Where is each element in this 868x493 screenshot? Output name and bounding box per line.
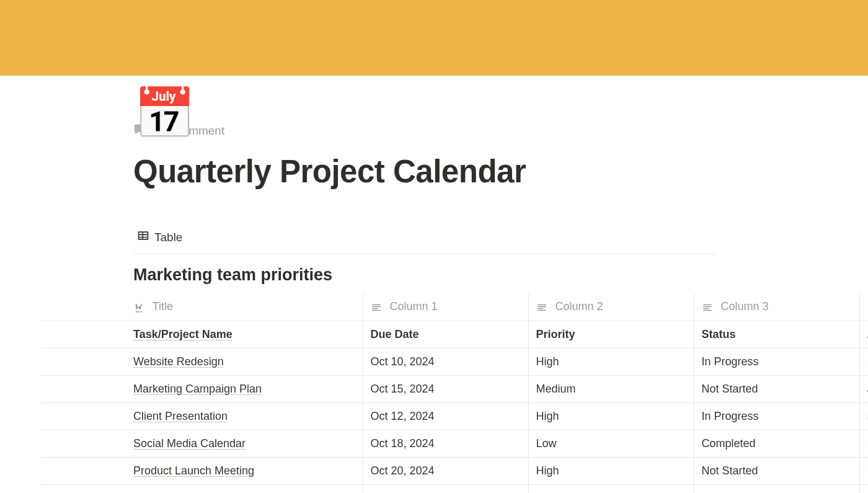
- text-property-icon: [371, 302, 382, 313]
- row-cell-3[interactable]: Completed: [694, 430, 859, 457]
- table-row[interactable]: Website RedesignOct 10, 2024HighIn Progr…: [40, 348, 868, 375]
- table-icon: [137, 229, 149, 245]
- row-cell-2[interactable]: Low: [528, 430, 694, 457]
- row-cell-3[interactable]: In Progress: [694, 402, 859, 430]
- table-row[interactable]: Content StrategyOct 25, 2024MediumNot St…: [40, 484, 868, 493]
- row-cell-1[interactable]: Oct 25, 2024: [363, 484, 528, 493]
- table-row[interactable]: Client PresentationOct 12, 2024HighIn Pr…: [40, 402, 868, 430]
- table-row[interactable]: Social Media CalendarOct 18, 2024LowComp…: [40, 430, 868, 457]
- page-title[interactable]: Quarterly Project Calendar: [133, 153, 868, 190]
- row-cell-4[interactable]: John: [859, 484, 868, 493]
- row-cell-4[interactable]: John: [859, 375, 868, 402]
- row-cell-4[interactable]: Mark: [859, 430, 868, 457]
- row-cell-1[interactable]: Oct 12, 2024: [363, 402, 528, 430]
- row-cell-1[interactable]: Oct 20, 2024: [363, 457, 528, 484]
- text-property-icon: [536, 302, 547, 313]
- view-tabs: Table: [133, 227, 716, 254]
- row-cell-2[interactable]: High: [528, 457, 694, 484]
- row-title-cell[interactable]: Content Strategy: [40, 484, 363, 493]
- database-table: Title Column 1 Column 2: [40, 293, 868, 493]
- row-title-cell[interactable]: Website Redesign: [40, 348, 363, 375]
- column-header-title[interactable]: Title: [40, 293, 363, 321]
- row-cell-1[interactable]: Due Date: [363, 321, 528, 348]
- column-header-1[interactable]: Column 1: [363, 293, 528, 321]
- row-title-cell[interactable]: Task/Project Name: [40, 321, 363, 348]
- row-title-cell[interactable]: Marketing Campaign Plan: [40, 375, 363, 402]
- column-header-row: Title Column 1 Column 2: [40, 293, 868, 321]
- page-icon[interactable]: 📅: [133, 89, 195, 138]
- column-header-2[interactable]: Column 2: [528, 293, 694, 321]
- row-cell-3[interactable]: Not Started: [694, 484, 859, 493]
- table-row[interactable]: Product Launch MeetingOct 20, 2024HighNo…: [40, 457, 868, 484]
- database-title[interactable]: Marketing team priorities: [133, 265, 868, 285]
- row-cell-2[interactable]: High: [528, 402, 694, 430]
- row-cell-4[interactable]: Sarah: [859, 402, 868, 430]
- row-cell-3[interactable]: Status: [694, 321, 859, 348]
- row-cell-3[interactable]: In Progress: [694, 348, 859, 375]
- row-cell-1[interactable]: Oct 18, 2024: [363, 430, 528, 457]
- row-cell-4[interactable]: Emily: [859, 457, 868, 484]
- row-cell-4[interactable]: Assigned To: [859, 321, 868, 348]
- row-cell-1[interactable]: Oct 15, 2024: [363, 375, 528, 402]
- row-cell-2[interactable]: Medium: [528, 375, 694, 402]
- row-title-cell[interactable]: Client Presentation: [40, 402, 363, 430]
- row-cell-2[interactable]: Priority: [528, 321, 694, 348]
- title-property-icon: [133, 302, 144, 313]
- text-property-icon: [702, 302, 713, 313]
- row-cell-2[interactable]: High: [528, 348, 694, 375]
- row-cell-2[interactable]: Medium: [528, 484, 694, 493]
- column-header-3[interactable]: Column 3: [694, 293, 859, 321]
- table-row[interactable]: Task/Project NameDue DatePriorityStatusA…: [40, 321, 868, 348]
- tab-table[interactable]: Table: [133, 227, 186, 247]
- row-cell-1[interactable]: Oct 10, 2024: [363, 348, 528, 375]
- row-title-cell[interactable]: Product Launch Meeting: [40, 457, 363, 484]
- row-cell-4[interactable]: Emily: [859, 348, 868, 375]
- row-title-cell[interactable]: Social Media Calendar: [40, 430, 363, 457]
- row-cell-3[interactable]: Not Started: [694, 375, 859, 402]
- table-row[interactable]: Marketing Campaign PlanOct 15, 2024Mediu…: [40, 375, 868, 402]
- row-cell-3[interactable]: Not Started: [694, 457, 859, 484]
- tab-table-label: Table: [154, 231, 182, 244]
- column-header-4[interactable]: Column 4: [859, 293, 868, 321]
- add-comment-button[interactable]: Add comment: [133, 123, 868, 138]
- page-banner: [0, 0, 868, 76]
